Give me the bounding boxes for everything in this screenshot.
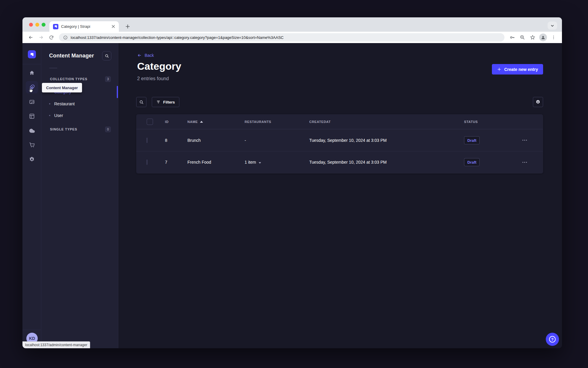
- mouse-hand-cursor: [28, 87, 34, 93]
- entries-table: ID NAME RESTAURANTS CREATEDAT STATUS 8 B…: [136, 114, 543, 174]
- rail-bottom-divider: [22, 330, 41, 330]
- window-controls: [29, 23, 46, 27]
- media-library-icon[interactable]: [26, 96, 38, 108]
- back-label: Back: [145, 53, 154, 58]
- cell-createdat: Tuesday, September 10, 2024 at 3:03 PM: [309, 138, 387, 143]
- back-link[interactable]: Back: [137, 53, 154, 58]
- plus-icon: [497, 67, 501, 72]
- chevron-down-icon: [259, 162, 261, 164]
- collection-types-section[interactable]: COLLECTION TYPES 3: [50, 75, 111, 83]
- strapi-admin-app: KD Content Manager COLLECTION TYPES 3 Ca…: [22, 43, 562, 348]
- page-title: Category: [137, 60, 181, 72]
- close-window-button[interactable]: [29, 23, 33, 27]
- cell-id: 8: [165, 138, 167, 143]
- maximize-window-button[interactable]: [42, 23, 46, 27]
- list-settings-button[interactable]: [533, 97, 543, 107]
- filters-button[interactable]: Filters: [152, 97, 179, 107]
- content-type-builder-icon[interactable]: [26, 110, 38, 122]
- url-bar[interactable]: localhost:1337/admin/content-manager/col…: [59, 33, 504, 42]
- subnav-title: Content Manager: [49, 53, 94, 59]
- url-text: localhost:1337/admin/content-manager/col…: [71, 35, 284, 40]
- table-header-row: ID NAME RESTAURANTS CREATEDAT STATUS: [136, 114, 543, 129]
- create-new-entry-button[interactable]: Create new entry: [492, 64, 543, 74]
- row-checkbox[interactable]: [147, 159, 147, 165]
- content-manager-tooltip: Content Manager: [42, 83, 82, 92]
- column-header-createdat[interactable]: CREATEDAT: [309, 120, 331, 124]
- cell-restaurants-dropdown[interactable]: 1 item: [245, 160, 261, 165]
- active-item-indicator: [117, 86, 118, 98]
- strapi-logo[interactable]: [28, 50, 36, 58]
- settings-gear-icon[interactable]: [26, 153, 38, 165]
- tab-title: Category | Strapi: [61, 24, 108, 29]
- table-row[interactable]: 8 Brunch - Tuesday, September 10, 2024 a…: [136, 129, 543, 151]
- bullet-icon: [49, 115, 50, 116]
- link-preview-status-bar: localhost:1337/admin/content-manager: [22, 341, 90, 348]
- subnav-item-label: Restaurant: [54, 101, 75, 106]
- help-button[interactable]: ?: [546, 333, 559, 346]
- create-new-entry-label: Create new entry: [504, 67, 538, 72]
- collection-types-count-badge: 3: [105, 76, 111, 82]
- cell-name: French Food: [187, 160, 211, 165]
- browser-window: Category | Strapi localhost:1337/admin/c…: [22, 17, 562, 348]
- minimize-window-button[interactable]: [35, 23, 39, 27]
- cell-id: 7: [165, 160, 167, 165]
- cloud-deploy-icon[interactable]: [26, 124, 38, 137]
- browser-toolbar: localhost:1337/admin/content-manager/col…: [22, 32, 562, 43]
- forward-navigation-icon[interactable]: [36, 33, 46, 42]
- collection-types-label: COLLECTION TYPES: [50, 77, 87, 81]
- row-checkbox[interactable]: [147, 138, 147, 143]
- filter-icon: [156, 100, 160, 104]
- tab-close-icon[interactable]: [110, 24, 116, 29]
- zoom-magnifier-icon[interactable]: [518, 33, 527, 42]
- home-icon[interactable]: [26, 67, 38, 79]
- bullet-icon: [49, 103, 50, 104]
- browser-menu-icon[interactable]: [549, 33, 558, 42]
- rail-divider: [22, 64, 41, 64]
- back-navigation-icon[interactable]: [26, 33, 36, 42]
- back-arrow-icon: [137, 53, 142, 58]
- filters-label: Filters: [163, 100, 175, 104]
- browser-profile-avatar[interactable]: [539, 34, 547, 41]
- subnav-item-user[interactable]: User: [49, 110, 63, 121]
- column-header-restaurants[interactable]: RESTAURANTS: [245, 120, 271, 124]
- marketplace-cart-icon[interactable]: [26, 139, 38, 151]
- single-types-section[interactable]: SINGLE TYPES 0: [50, 126, 111, 133]
- select-all-checkbox[interactable]: [147, 118, 153, 125]
- subnav-item-label: User: [54, 113, 63, 118]
- cell-restaurants: -: [245, 138, 246, 143]
- cell-name: Brunch: [187, 138, 201, 143]
- tab-search-chevron-icon[interactable]: [548, 22, 557, 30]
- sort-ascending-icon: [200, 121, 203, 123]
- column-header-id[interactable]: ID: [165, 120, 169, 124]
- table-row[interactable]: 7 French Food 1 item Tuesday, September …: [136, 151, 543, 173]
- row-actions-menu-button[interactable]: [520, 136, 529, 145]
- column-header-status[interactable]: STATUS: [464, 120, 478, 124]
- row-actions-menu-button[interactable]: [520, 158, 529, 166]
- cell-createdat: Tuesday, September 10, 2024 at 3:03 PM: [309, 160, 387, 165]
- subnav-item-restaurant[interactable]: Restaurant: [49, 98, 75, 109]
- single-types-count-badge: 0: [105, 127, 111, 132]
- site-info-icon[interactable]: [63, 35, 68, 40]
- subnav-search-button[interactable]: [102, 51, 111, 60]
- subnav-divider: [49, 68, 57, 68]
- status-badge: Draft: [464, 136, 480, 144]
- status-badge: Draft: [464, 158, 480, 166]
- column-header-name[interactable]: NAME: [187, 120, 203, 124]
- question-mark-icon: ?: [549, 336, 556, 343]
- entries-count: 2 entries found: [137, 76, 169, 81]
- browser-tab[interactable]: Category | Strapi: [49, 21, 119, 32]
- browser-tab-strip: Category | Strapi: [22, 17, 562, 32]
- refresh-icon[interactable]: [46, 33, 56, 42]
- main-content: Back Category 2 entries found Create new…: [118, 43, 562, 348]
- new-tab-button[interactable]: [123, 22, 132, 31]
- single-types-label: SINGLE TYPES: [50, 127, 77, 131]
- list-search-button[interactable]: [136, 97, 146, 107]
- bookmark-star-icon[interactable]: [528, 33, 537, 42]
- strapi-favicon: [53, 24, 58, 29]
- password-key-icon[interactable]: [507, 33, 517, 42]
